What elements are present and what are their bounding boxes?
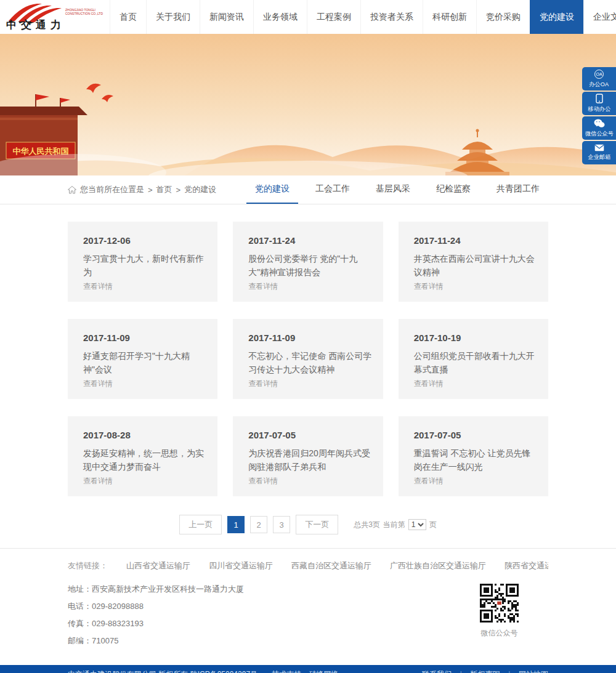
bottom-link-sep: ｜	[506, 670, 513, 673]
tab-union-work[interactable]: 工会工作	[307, 175, 359, 204]
site-header: ZHONGJIAO TONGLI CONSTRUCTION CO.,LTD 中交…	[0, 0, 616, 34]
nav-item-news[interactable]: 新闻资讯	[200, 0, 253, 34]
contact-phone: 电话：029-82098888	[68, 601, 244, 612]
view-details-link[interactable]: 查看详情	[248, 379, 278, 389]
view-details-link[interactable]: 查看详情	[414, 379, 444, 389]
nav-item-investor[interactable]: 投资者关系	[360, 0, 423, 34]
friend-link[interactable]: 陕西省交通运输厅	[505, 560, 548, 571]
breadcrumb-sep: >	[148, 185, 153, 195]
view-details-link[interactable]: 查看详情	[248, 281, 278, 292]
news-title: 公司组织党员干部收看十九大开幕式直播	[414, 350, 537, 376]
nav-item-home[interactable]: 首页	[110, 0, 146, 34]
contact-fax: 传真：029-88323193	[68, 618, 244, 629]
breadcrumb-home-link[interactable]: 首页	[156, 184, 172, 195]
page-3-button[interactable]: 3	[273, 516, 290, 533]
enterprise-mail-button[interactable]: 企业邮箱	[582, 141, 616, 164]
news-date: 2017-07-05	[414, 430, 537, 440]
news-title: 为庆祝香港回归20周年阅兵式受阅驻港部队子弟兵和	[248, 447, 371, 474]
news-card[interactable]: 2017-11-24 井英杰在西南公司宣讲十九大会议精神 查看详情	[399, 222, 548, 302]
news-card[interactable]: 2017-08-28 发扬延安精神，统一思想，为实现中交通力梦而奋斗 查看详情	[68, 416, 217, 496]
copyright: 中交通力建设股份有限公司 版权所有 陕ICP备05004297号	[68, 670, 257, 673]
oa-icon: OA	[594, 70, 604, 79]
breadcrumb-sep: >	[176, 185, 181, 195]
news-card[interactable]: 2017-11-09 好通支部召开学习"十九大精神"会议 查看详情	[68, 319, 217, 399]
wechat-qr-box: 微信公众号	[480, 584, 519, 639]
qr-code	[480, 584, 519, 623]
friend-link[interactable]: 四川省交通运输厅	[209, 560, 273, 571]
company-logo[interactable]: ZHONGJIAO TONGLI CONSTRUCTION CO.,LTD 中交…	[0, 0, 110, 34]
mobile-icon	[596, 94, 603, 103]
section-tabs: 党的建设 工会工作 基层风采 纪检监察 共青团工作	[238, 175, 548, 204]
banner-illustration: 中华人民共和国	[0, 34, 616, 175]
logo-name: 中交通力	[6, 18, 65, 32]
contact-us-link[interactable]: 联系我们	[422, 670, 452, 673]
news-card[interactable]: 2017-11-24 股份公司党委举行 党的"十九大"精神宣讲报告会 查看详情	[233, 222, 383, 302]
tech-support: 技术支持：硅峰网络	[272, 670, 338, 673]
news-card[interactable]: 2017-07-05 为庆祝香港回归20周年阅兵式受阅驻港部队子弟兵和 查看详情	[233, 416, 383, 496]
qr-caption: 微信公众号	[480, 628, 519, 639]
page-2-button[interactable]: 2	[250, 516, 267, 533]
view-details-link[interactable]: 查看详情	[248, 476, 278, 486]
news-card[interactable]: 2017-07-05 重温誓词 不忘初心 让党员先锋岗在生产一线闪光 查看详情	[399, 416, 548, 496]
friend-link[interactable]: 广西壮族自治区交通运输厅	[390, 560, 486, 571]
news-title: 发扬延安精神，统一思想，为实现中交通力梦而奋斗	[83, 447, 206, 474]
view-details-link[interactable]: 查看详情	[83, 281, 113, 292]
sitemap-link[interactable]: 网站地图	[519, 670, 548, 673]
next-page-button[interactable]: 下一页	[296, 515, 338, 534]
view-details-link[interactable]: 查看详情	[414, 281, 444, 292]
nav-item-culture[interactable]: 企业文化	[583, 0, 616, 34]
footer-contact-section: 地址：西安高新技术产业开发区科技一路通力大厦 电话：029-82098888 传…	[68, 575, 548, 665]
tab-party-building[interactable]: 党的建设	[246, 175, 298, 204]
nav-item-about[interactable]: 关于我们	[146, 0, 200, 34]
mobile-office-button[interactable]: 移动办公	[582, 92, 616, 115]
pagination-current-prefix: 当前第	[383, 520, 405, 530]
page-select[interactable]: 1	[408, 519, 426, 530]
news-section: 2017-12-06 学习宣贯十九大，新时代有新作为 查看详情 2017-11-…	[0, 204, 616, 534]
nav-item-party-building[interactable]: 党的建设	[530, 0, 583, 34]
pagination: 上一页 1 2 3 下一页 总共3页 当前第 1 页	[68, 515, 548, 534]
breadcrumb-prefix: 您当前所在位置是	[80, 184, 144, 195]
wechat-icon	[594, 119, 605, 128]
logo-art: ZHONGJIAO TONGLI CONSTRUCTION CO.,LTD 中交…	[5, 2, 110, 32]
news-date: 2017-11-24	[414, 235, 537, 246]
news-date: 2017-11-09	[248, 332, 371, 343]
view-details-link[interactable]: 查看详情	[414, 476, 444, 486]
news-card[interactable]: 2017-12-06 学习宣贯十九大，新时代有新作为 查看详情	[68, 222, 217, 302]
prev-page-button[interactable]: 上一页	[179, 515, 222, 534]
view-details-link[interactable]: 查看详情	[83, 476, 113, 486]
contact-address: 地址：西安高新技术产业开发区科技一路通力大厦	[68, 584, 244, 595]
pagination-summary: 总共3页 当前第 1 页	[354, 519, 437, 530]
nav-item-bidding[interactable]: 竞价采购	[476, 0, 530, 34]
page-1-button[interactable]: 1	[227, 516, 245, 533]
news-date: 2017-12-06	[83, 235, 206, 246]
copyright-statement-link[interactable]: 版权声明	[471, 670, 500, 673]
news-card[interactable]: 2017-10-19 公司组织党员干部收看十九大开幕式直播 查看详情	[399, 319, 548, 399]
tab-youth-league[interactable]: 共青团工作	[488, 175, 548, 204]
hero-banner: 中华人民共和国 OA 办公OA 移动办公	[0, 34, 616, 175]
news-date: 2017-11-09	[83, 332, 206, 343]
news-card[interactable]: 2017-11-09 不忘初心，牢记使命 西南公司学习传达十九大会议精神 查看详…	[233, 319, 383, 399]
news-title: 好通支部召开学习"十九大精神"会议	[83, 350, 206, 376]
news-title: 不忘初心，牢记使命 西南公司学习传达十九大会议精神	[248, 350, 371, 376]
news-date: 2017-10-19	[414, 332, 537, 343]
tab-grassroots[interactable]: 基层风采	[367, 175, 419, 204]
home-icon	[68, 186, 76, 194]
view-details-link[interactable]: 查看详情	[83, 379, 113, 389]
office-oa-button[interactable]: OA 办公OA	[582, 67, 616, 91]
pagination-current-suffix: 页	[429, 520, 437, 530]
friend-links-row: 友情链接： 山西省交通运输厅 四川省交通运输厅 西藏自治区交通运输厅 广西壮族自…	[68, 549, 548, 575]
news-title: 学习宣贯十九大，新时代有新作为	[83, 252, 206, 279]
news-date: 2017-08-28	[83, 430, 206, 440]
wechat-official-button[interactable]: 微信公众号	[582, 116, 616, 140]
news-date: 2017-11-24	[248, 235, 371, 246]
bottom-link-sep: ｜	[457, 670, 464, 673]
nav-item-research[interactable]: 科研创新	[423, 0, 476, 34]
friend-link[interactable]: 山西省交通运输厅	[126, 560, 190, 571]
main-nav: 首页 关于我们 新闻资讯 业务领域 工程案例 投资者关系 科研创新 竞价采购 党…	[110, 0, 616, 34]
tab-discipline[interactable]: 纪检监察	[428, 175, 479, 204]
friend-link[interactable]: 西藏自治区交通运输厅	[291, 560, 371, 571]
nav-item-projects[interactable]: 工程案例	[307, 0, 360, 34]
pagination-total: 总共3页	[354, 520, 380, 530]
breadcrumb-current[interactable]: 党的建设	[184, 184, 216, 195]
nav-item-business[interactable]: 业务领域	[253, 0, 307, 34]
